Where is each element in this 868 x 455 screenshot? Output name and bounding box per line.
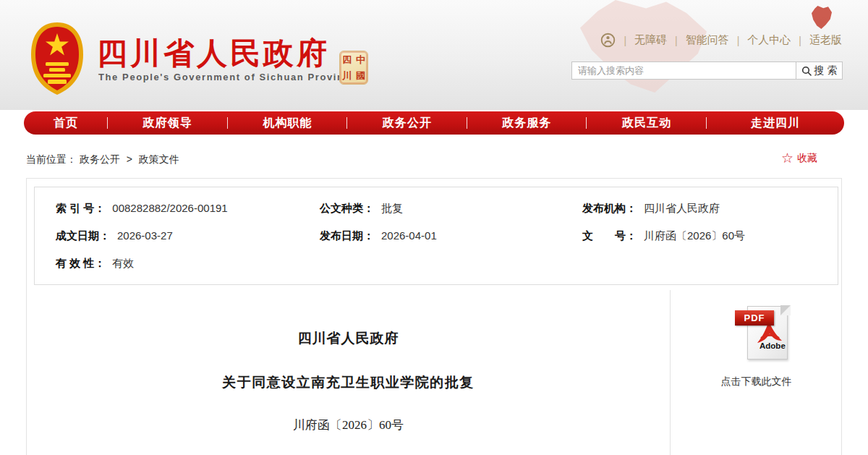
seal-char: 中 [356, 55, 365, 64]
main-nav: 首页 政府领导 机构职能 政务公开 政务服务 政民互动 走进四川 [24, 111, 844, 135]
nav-item-government-services[interactable]: 政务服务 [467, 111, 587, 135]
nav-item-discover-sichuan[interactable]: 走进四川 [707, 111, 844, 135]
search-icon [801, 66, 812, 76]
breadcrumb-link-gov-affairs[interactable]: 政务公开 [80, 153, 120, 165]
nav-item-government-affairs[interactable]: 政务公开 [347, 111, 467, 135]
meta-issuing-agency: 发布机构： 四川省人民政府 [573, 202, 833, 216]
seal-char: 國 [356, 71, 365, 80]
adobe-label: Adobe [760, 341, 786, 350]
document-title: 关于同意设立南充卫生职业学院的批复 [27, 373, 670, 392]
nav-item-public-interaction[interactable]: 政民互动 [587, 111, 707, 135]
document-meta-table: 索 引 号： 008282882/2026-00191 公文种类： 批复 发布机… [34, 187, 838, 285]
sichuan-china-seal: 四 中 川 國 [339, 51, 368, 85]
breadcrumb: 当前位置： 政务公开 > 政策文件 [26, 153, 179, 166]
site-subtitle-en: The People's Government of Sichuan Provi… [98, 72, 357, 82]
meta-publish-date: 发布日期： 2026-04-01 [316, 229, 573, 243]
separator: | [737, 35, 740, 46]
meta-document-number: 文 号： 川府函〔2026〕60号 [573, 229, 833, 243]
separator: | [624, 35, 626, 46]
meta-document-type: 公文种类： 批复 [316, 202, 573, 216]
mini-red-map-icon [812, 6, 832, 29]
star-icon: ☆ [781, 151, 793, 165]
search-button-label: 搜 索 [814, 64, 838, 77]
pdf-banner-label: PDF [735, 310, 774, 326]
search-bar: 搜 索 [571, 61, 843, 80]
page: 四川省人民政府 The People's Government of Sichu… [0, 0, 868, 455]
meta-validity: 有 效 性： 有效 [35, 257, 316, 271]
pdf-file-icon[interactable]: PDF Adobe [735, 306, 790, 362]
site-header: 四川省人民政府 The People's Government of Sichu… [0, 0, 868, 110]
seal-char: 川 [342, 71, 352, 80]
nav-item-institution-functions[interactable]: 机构职能 [228, 111, 348, 135]
seal-char: 四 [342, 55, 352, 64]
link-elderly-version[interactable]: 适老版 [809, 33, 842, 47]
meta-index-number: 索 引 号： 008282882/2026-00191 [35, 202, 316, 216]
accessibility-icon[interactable] [600, 33, 616, 48]
breadcrumb-prefix: 当前位置： [26, 153, 77, 165]
vertical-divider [670, 290, 671, 455]
document-number: 川府函〔2026〕60号 [27, 417, 670, 433]
site-title: 四川省人民政府 [97, 33, 330, 74]
search-input[interactable] [572, 62, 796, 79]
search-button[interactable]: 搜 索 [796, 62, 842, 79]
meta-written-date: 成文日期： 2026-03-27 [35, 229, 316, 243]
link-personal-center[interactable]: 个人中心 [747, 33, 791, 47]
favorite-button[interactable]: ☆ 收藏 [781, 151, 817, 165]
content-container: 索 引 号： 008282882/2026-00191 公文种类： 批复 发布机… [26, 178, 842, 455]
breadcrumb-separator: > [127, 153, 132, 165]
page-fold-corner [780, 305, 791, 315]
separator: | [799, 35, 801, 46]
nav-item-government-leaders[interactable]: 政府领导 [108, 111, 228, 135]
quick-links: | 无障碍 | 智能问答 | 个人中心 | 适老版 [600, 33, 842, 48]
link-smart-qa[interactable]: 智能问答 [686, 33, 729, 47]
document-issuer: 四川省人民政府 [27, 329, 670, 348]
separator: | [675, 35, 678, 46]
download-link[interactable]: 点击下载此文件 [671, 375, 842, 388]
link-accessibility[interactable]: 无障碍 [634, 33, 667, 47]
national-emblem-logo [30, 22, 84, 95]
nav-item-home[interactable]: 首页 [24, 111, 108, 135]
favorite-label: 收藏 [797, 152, 817, 165]
breadcrumb-link-policy-documents[interactable]: 政策文件 [139, 153, 179, 165]
